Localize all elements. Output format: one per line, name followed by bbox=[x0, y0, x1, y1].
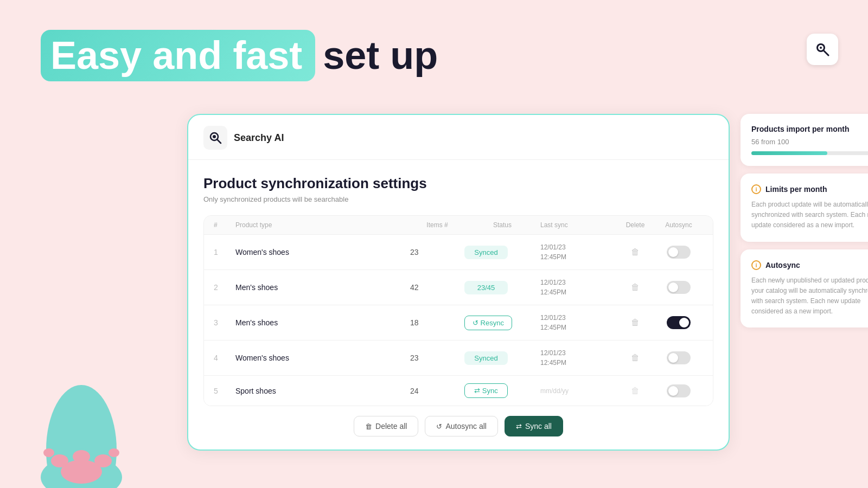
svg-line-13 bbox=[217, 139, 221, 143]
card-header: Searchy AI bbox=[188, 115, 729, 160]
svg-point-11 bbox=[108, 448, 119, 457]
autosync-info-card: i Autosync Each newly unpublished or upd… bbox=[741, 249, 868, 328]
synced-badge-1[interactable]: Synced bbox=[464, 246, 508, 259]
autosync-info-icon: i bbox=[751, 260, 761, 270]
autosync-title: Autosync bbox=[765, 261, 800, 269]
delete-all-button[interactable]: 🗑 Delete all bbox=[354, 416, 418, 436]
row-4-delete-btn[interactable]: 🗑 bbox=[616, 353, 654, 363]
row-4-num: 4 bbox=[214, 354, 235, 362]
row-4-date: 12/01/2312:45PM bbox=[540, 348, 616, 368]
row-2-toggle-cell bbox=[654, 281, 703, 294]
import-card-title: Products import per month bbox=[751, 125, 868, 133]
col-header-delete: Delete bbox=[616, 221, 654, 229]
svg-point-10 bbox=[43, 448, 54, 457]
row-4-items: 23 bbox=[410, 354, 464, 362]
sync-badge-5[interactable]: ⇄ Sync bbox=[464, 383, 508, 398]
row-3-delete-btn[interactable]: 🗑 bbox=[616, 318, 654, 328]
progress-bar-bg bbox=[751, 151, 868, 155]
svg-point-2 bbox=[820, 47, 822, 49]
col-header-status: Status bbox=[464, 221, 540, 229]
svg-point-9 bbox=[94, 454, 112, 467]
limits-desc: Each product update will be automaticall… bbox=[751, 200, 868, 231]
page-subtitle: Only synchronized products will be searc… bbox=[203, 195, 713, 203]
col-header-product: Product type bbox=[235, 221, 410, 229]
row-1-autosync-toggle[interactable] bbox=[667, 246, 691, 259]
row-3-items: 18 bbox=[410, 318, 464, 327]
sync-icon: ⇄ bbox=[516, 422, 522, 431]
row-5-toggle-cell bbox=[654, 384, 703, 397]
top-right-app-icon[interactable] bbox=[807, 34, 838, 65]
limits-title: Limits per month bbox=[765, 185, 827, 194]
import-card: Products import per month 56 from 100 bbox=[741, 114, 868, 166]
row-5-status[interactable]: ⇄ Sync bbox=[464, 383, 540, 398]
row-3-date: 12/01/2312:45PM bbox=[540, 313, 616, 332]
row-1-delete-btn[interactable]: 🗑 bbox=[616, 247, 654, 257]
card-body: Product synchronization settings Only sy… bbox=[188, 160, 729, 450]
row-4-status[interactable]: Synced bbox=[464, 351, 540, 365]
row-2-delete-btn[interactable]: 🗑 bbox=[616, 282, 654, 292]
hero-section: Easy and fast set up bbox=[41, 30, 438, 81]
row-3-num: 3 bbox=[214, 318, 235, 327]
limits-info-icon: i bbox=[751, 184, 761, 194]
row-5-delete-btn[interactable]: 🗑 bbox=[616, 386, 654, 396]
sync-all-label: Sync all bbox=[525, 422, 552, 431]
row-1-num: 1 bbox=[214, 248, 235, 256]
row-5-items: 24 bbox=[410, 387, 464, 395]
sync-all-button[interactable]: ⇄ Sync all bbox=[505, 416, 563, 436]
row-1-status[interactable]: Synced bbox=[464, 246, 540, 259]
row-2-product: Men's shoes bbox=[235, 283, 410, 292]
row-2-num: 2 bbox=[214, 283, 235, 292]
autosync-all-button[interactable]: ↺ Autosync all bbox=[425, 416, 497, 436]
col-header-num: # bbox=[214, 221, 235, 229]
row-1-items: 23 bbox=[410, 248, 464, 256]
product-table: # Product type Items # Status Last sync … bbox=[203, 215, 713, 406]
row-4-autosync-toggle[interactable] bbox=[667, 351, 691, 364]
row-1-toggle-cell bbox=[654, 246, 703, 259]
row-5-autosync-toggle[interactable] bbox=[667, 384, 691, 397]
import-count-value: 56 from 100 bbox=[751, 138, 789, 146]
synced-badge-4[interactable]: Synced bbox=[464, 351, 508, 365]
row-3-toggle-cell bbox=[654, 316, 703, 329]
table-row: 5 Sport shoes 24 ⇄ Sync mm/dd/yy 🗑 bbox=[204, 376, 713, 406]
import-count-text: 56 from 100 bbox=[751, 138, 868, 146]
row-5-product: Sport shoes bbox=[235, 387, 410, 395]
svg-point-7 bbox=[51, 454, 68, 467]
bottom-actions: 🗑 Delete all ↺ Autosync all ⇄ Sync all bbox=[203, 406, 713, 436]
resync-badge-3[interactable]: ↺ Resync bbox=[464, 316, 512, 330]
row-5-num: 5 bbox=[214, 387, 235, 395]
cat-illustration bbox=[16, 260, 152, 488]
row-3-status[interactable]: ↺ Resync bbox=[464, 316, 540, 330]
table-row: 4 Women's shoes 23 Synced 12/01/2312:45P… bbox=[204, 341, 713, 376]
row-1-date: 12/01/2312:45PM bbox=[540, 242, 616, 262]
partial-badge-2[interactable]: 23/45 bbox=[464, 281, 508, 294]
table-header: # Product type Items # Status Last sync … bbox=[204, 216, 713, 235]
col-header-items: Items # bbox=[410, 221, 464, 229]
table-row: 1 Women's shoes 23 Synced 12/01/2312:45P… bbox=[204, 235, 713, 270]
hero-plain-text: set up bbox=[323, 34, 438, 77]
row-3-autosync-toggle[interactable] bbox=[667, 316, 691, 329]
progress-bar-fill bbox=[751, 151, 827, 155]
row-4-product: Women's shoes bbox=[235, 354, 410, 362]
row-2-status[interactable]: 23/45 bbox=[464, 281, 540, 294]
hero-highlight-text: Easy and fast bbox=[50, 34, 302, 77]
limits-card-header: i Limits per month bbox=[751, 184, 868, 194]
search-app-icon bbox=[814, 41, 831, 58]
row-2-date: 12/01/2312:45PM bbox=[540, 278, 616, 297]
svg-point-8 bbox=[73, 450, 90, 463]
table-row: 3 Men's shoes 18 ↺ Resync 12/01/2312:45P… bbox=[204, 305, 713, 341]
delete-icon: 🗑 bbox=[365, 422, 372, 431]
autosync-all-label: Autosync all bbox=[445, 422, 486, 431]
autosync-card-header: i Autosync bbox=[751, 260, 868, 270]
autosync-icon: ↺ bbox=[436, 422, 442, 431]
svg-point-14 bbox=[213, 135, 216, 138]
row-3-product: Men's shoes bbox=[235, 318, 410, 327]
row-2-autosync-toggle[interactable] bbox=[667, 281, 691, 294]
row-1-product: Women's shoes bbox=[235, 248, 410, 256]
app-logo bbox=[203, 126, 227, 150]
page-title: Product synchronization settings bbox=[203, 175, 713, 192]
right-panel: Products import per month 56 from 100 i … bbox=[741, 114, 868, 328]
svg-line-3 bbox=[824, 51, 828, 55]
main-card: Searchy AI Product synchronization setti… bbox=[187, 114, 730, 451]
col-header-autosync: Autosync bbox=[654, 221, 703, 229]
limits-card: i Limits per month Each product update w… bbox=[741, 174, 868, 242]
